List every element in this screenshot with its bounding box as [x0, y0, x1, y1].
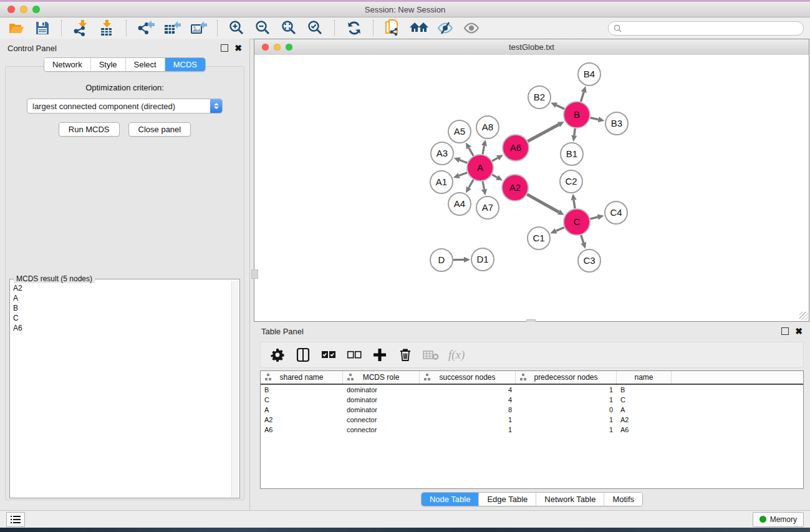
table-cell: connector [343, 416, 420, 423]
close-panel-button[interactable]: Close panel [128, 122, 191, 137]
refresh-icon[interactable] [344, 19, 364, 37]
edge-B-B3[interactable] [590, 118, 598, 120]
zoom-fit-icon[interactable] [279, 19, 299, 37]
tab-style[interactable]: Style [90, 58, 125, 71]
save-session-icon[interactable] [32, 19, 52, 37]
close-window-button[interactable] [7, 6, 15, 13]
zoom-out-icon[interactable] [253, 19, 273, 37]
table-row[interactable]: A6connector11A6 [261, 425, 803, 435]
hide-selected-icon[interactable] [435, 19, 455, 37]
column-header-shared-name[interactable]: shared name [261, 371, 343, 384]
import-table-icon[interactable] [97, 19, 117, 37]
edge-B-B4[interactable] [581, 92, 584, 102]
result-item[interactable]: A [13, 293, 229, 303]
column-header-MCDS-role[interactable]: MCDS role [343, 371, 420, 384]
network-minimize-button[interactable] [274, 44, 281, 51]
tab-mcds[interactable]: MCDS [165, 58, 205, 71]
add-column-icon[interactable] [372, 347, 388, 363]
edge-A-A4[interactable] [469, 180, 473, 188]
table-row[interactable]: A2connector11A2 [261, 415, 803, 425]
delete-table-icon[interactable] [423, 347, 439, 363]
tab-node-table[interactable]: Node Table [422, 493, 479, 506]
window-titlebar: Session: New Session [0, 2, 810, 17]
float-panel-icon[interactable] [221, 44, 228, 52]
edge-A2-C[interactable] [527, 195, 559, 212]
edge-A-A8[interactable] [483, 146, 485, 155]
tab-network-table[interactable]: Network Table [536, 493, 604, 506]
network-zoom-button[interactable] [286, 44, 292, 51]
task-history-button[interactable] [6, 512, 25, 527]
deselect-all-icon[interactable] [346, 347, 362, 363]
toolbar-separator [61, 20, 62, 36]
delete-column-icon[interactable] [397, 347, 413, 363]
table-row[interactable]: Bdominator41B [261, 385, 803, 395]
column-browser-icon[interactable] [295, 347, 311, 363]
column-header-name[interactable]: name [617, 371, 672, 384]
result-item[interactable]: A6 [13, 323, 229, 333]
window-resize-grip[interactable] [799, 312, 808, 321]
network-close-button[interactable] [262, 44, 269, 51]
zoom-window-button[interactable] [32, 6, 40, 13]
mcds-result-list[interactable]: A2ABCA6 [11, 282, 231, 497]
table-row[interactable]: Adominator80A [261, 405, 803, 415]
select-all-icon[interactable] [321, 347, 337, 363]
network-canvas[interactable]: B4B2BB3A8A5A6A3B1AC2A1A2A4A7C4CC1DD1C3 [254, 55, 809, 321]
export-network-icon[interactable] [136, 19, 156, 37]
clone-network-icon[interactable] [383, 19, 403, 37]
search-field[interactable] [608, 21, 804, 36]
split-divider-grip-vertical[interactable] [251, 269, 258, 279]
column-type-icon [423, 374, 431, 380]
tab-motifs[interactable]: Motifs [604, 493, 642, 506]
tab-edge-table[interactable]: Edge Table [478, 493, 536, 506]
result-item[interactable]: C [13, 313, 229, 323]
control-panel: Control Panel ✖ NetworkStyleSelectMCDS O… [0, 39, 250, 510]
run-mcds-button[interactable]: Run MCDS [59, 122, 120, 137]
table-row[interactable]: Cdominator41C [261, 395, 803, 405]
export-table-icon[interactable] [162, 19, 182, 37]
close-table-panel-icon[interactable]: ✖ [795, 328, 803, 334]
home-view-icon[interactable] [409, 19, 429, 37]
edge-C-C2[interactable] [574, 200, 575, 208]
edge-A-A6[interactable] [492, 158, 498, 161]
float-table-panel-icon[interactable] [781, 327, 789, 335]
function-builder-icon[interactable]: f(x) [448, 348, 465, 362]
memory-button[interactable]: Memory [753, 512, 804, 527]
edge-A-A2[interactable] [492, 175, 497, 178]
zoom-in-icon[interactable] [227, 19, 247, 37]
tab-network[interactable]: Network [44, 58, 90, 71]
edge-A6-B[interactable] [528, 125, 559, 142]
open-file-icon[interactable] [6, 19, 26, 37]
column-type-icon [519, 374, 527, 380]
criterion-select[interactable]: largest connected component (directed) [27, 99, 223, 114]
edge-C-C4[interactable] [590, 217, 597, 219]
edge-C-C1[interactable] [556, 228, 564, 231]
edge-C-C3[interactable] [581, 235, 584, 243]
result-scrollbar[interactable] [231, 281, 239, 497]
table-cell: 4 [420, 396, 516, 404]
tab-select[interactable]: Select [125, 58, 165, 71]
minimize-window-button[interactable] [20, 6, 27, 13]
arrowhead [581, 86, 587, 93]
column-header-predecessor-nodes[interactable]: predecessor nodes [516, 371, 617, 384]
network-graph[interactable]: B4B2BB3A8A5A6A3B1AC2A1A2A4A7C4CC1DD1C3 [254, 55, 807, 320]
edge-A-A5[interactable] [469, 148, 473, 156]
network-window-titlebar[interactable]: testGlobe.txt [254, 39, 809, 56]
close-panel-icon[interactable]: ✖ [234, 45, 242, 51]
arrowhead [481, 140, 487, 147]
import-network-icon[interactable] [71, 19, 91, 37]
export-image-icon[interactable] [188, 19, 208, 37]
edge-A-A1[interactable] [459, 173, 467, 176]
show-all-icon[interactable] [461, 19, 481, 37]
node-table[interactable]: shared nameMCDS rolesuccessor nodesprede… [260, 370, 804, 489]
result-item[interactable]: B [13, 303, 229, 313]
main-toolbar [0, 17, 810, 39]
edge-A-A7[interactable] [483, 181, 484, 190]
column-header-successor-nodes[interactable]: successor nodes [420, 371, 516, 384]
search-input[interactable] [625, 23, 798, 33]
edge-B-B2[interactable] [556, 105, 564, 109]
gear-icon[interactable] [269, 347, 286, 363]
zoom-selected-icon[interactable] [306, 19, 325, 37]
edge-B-B1[interactable] [574, 128, 575, 135]
edge-A-A3[interactable] [460, 160, 467, 163]
result-item[interactable]: A2 [13, 283, 229, 293]
